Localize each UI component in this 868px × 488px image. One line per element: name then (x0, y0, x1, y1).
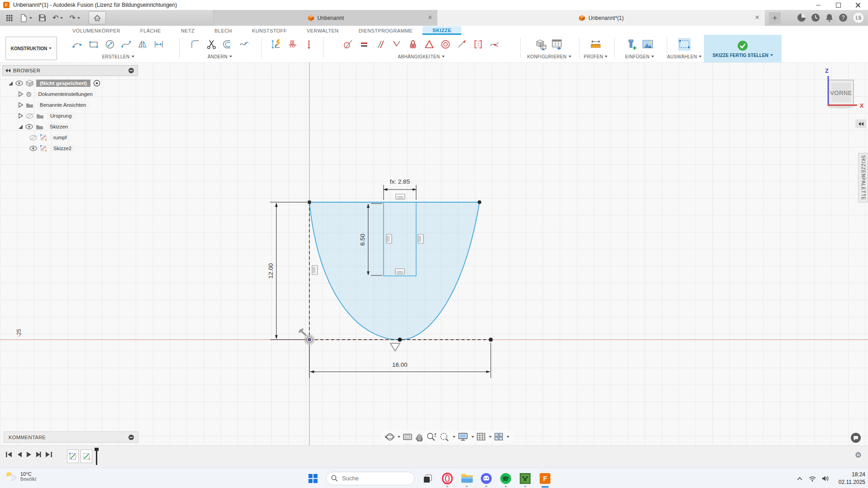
app-grid-menu-icon[interactable] (6, 14, 13, 22)
grid-settings-tool[interactable] (476, 432, 492, 441)
notifications-bell-icon[interactable] (825, 13, 834, 22)
konstruktion-dropdown[interactable]: KONSTRUKTION (5, 37, 57, 60)
redo-icon[interactable]: ↷ (69, 14, 80, 22)
dimension-badge[interactable] (396, 194, 405, 199)
perpendicular-constraint-icon[interactable] (390, 38, 403, 51)
play-button[interactable] (26, 451, 32, 458)
einfuegen-group-dropdown[interactable]: EINFÜGEN (625, 53, 654, 60)
parabola-profile[interactable] (309, 202, 479, 340)
curvature-constraint-icon[interactable] (488, 38, 501, 51)
comments-collapse-icon[interactable] (128, 434, 134, 441)
browser-row-origin[interactable]: Ursprung (2, 110, 138, 121)
home-button[interactable] (89, 11, 106, 24)
tab-skizze[interactable]: SKIZZE (422, 26, 461, 35)
timeline-feature-sketch-1[interactable] (67, 450, 79, 463)
sketch-point[interactable] (489, 338, 493, 342)
dimension-width[interactable]: 16.00 (392, 361, 408, 368)
trim-tool-icon[interactable] (205, 38, 218, 51)
browser-row-document-settings[interactable]: ⚙ Dokumenteinstellungen (2, 89, 138, 99)
tab-dienstprogramme[interactable]: DIENSTPROGRAMME (349, 27, 423, 35)
sketch-dimension-tool-icon[interactable] (152, 38, 165, 51)
active-document-radio-icon[interactable] (93, 80, 100, 87)
parallel-constraint-icon[interactable] (374, 38, 387, 51)
configuration-table-icon[interactable] (551, 38, 564, 51)
insert-fastener-icon[interactable] (625, 38, 638, 51)
dimension-badge[interactable] (418, 234, 423, 243)
save-icon[interactable] (38, 14, 46, 22)
tab-close-icon[interactable]: ✕ (427, 14, 433, 21)
vertical-line-constraint-icon[interactable] (303, 38, 315, 51)
konfigurieren-group-dropdown[interactable]: KONFIGURIEREN (527, 53, 571, 60)
job-status-clock-icon[interactable] (811, 13, 820, 22)
pruefen-group-dropdown[interactable]: PRÜFEN (584, 53, 608, 60)
volume-icon[interactable] (822, 475, 830, 482)
clock-widget[interactable]: 18:24 02.11.2025 (839, 471, 865, 485)
view-cube[interactable]: VORNE Z X (825, 67, 864, 109)
dimension-height[interactable]: 12.00 (267, 263, 274, 279)
collinear-constraint-icon[interactable] (455, 38, 468, 51)
orbit-tool[interactable] (385, 432, 400, 442)
expanded-icon[interactable] (9, 81, 13, 85)
undo-icon[interactable]: ↶ (52, 14, 63, 22)
erstellen-group-dropdown[interactable]: ERSTELLEN (102, 53, 134, 60)
step-forward-button[interactable] (36, 451, 41, 458)
pan-tool[interactable] (415, 432, 424, 442)
browser-item-label[interactable]: Ursprung (47, 112, 75, 119)
file-menu-icon[interactable] (19, 14, 32, 22)
minecraft-icon[interactable] (519, 472, 531, 485)
comment-bubble-icon[interactable] (851, 433, 861, 443)
maximize-button[interactable] (828, 0, 848, 10)
insert-image-icon[interactable] (641, 38, 654, 51)
tab-kunststoff[interactable]: KUNSTSTOFF (242, 27, 297, 35)
spotify-icon[interactable] (499, 472, 512, 485)
fillet-tool-icon[interactable] (189, 38, 202, 51)
dimension-badge[interactable] (312, 265, 318, 275)
task-view-button[interactable] (422, 472, 434, 485)
tab-close-icon[interactable]: ✕ (754, 14, 760, 21)
collapse-browser-icon[interactable] (5, 69, 10, 72)
network-icon[interactable] (808, 475, 816, 482)
polygon-constraint-icon[interactable] (423, 38, 436, 51)
collapsed-icon[interactable] (19, 102, 23, 108)
concentric-constraint-icon[interactable] (439, 38, 452, 51)
close-button[interactable] (848, 0, 868, 10)
document-root-label[interactable]: (Nicht gespeichert) (36, 80, 90, 87)
symmetry-constraint-icon[interactable] (472, 38, 484, 51)
sketch-point[interactable] (478, 200, 481, 204)
browser-item-label[interactable]: Skizzen (46, 123, 71, 130)
tab-flaeche[interactable]: FLÄCHE (130, 27, 171, 35)
go-to-end-button[interactable] (45, 451, 52, 458)
timeline-playhead[interactable] (96, 448, 97, 465)
dimension-fx[interactable]: fx: 2.85 (390, 178, 410, 185)
expanded-icon[interactable] (19, 125, 23, 129)
discord-icon[interactable] (480, 472, 493, 485)
browser-row-sketches[interactable]: Skizzen (2, 121, 138, 132)
browser-row-sketch-rumpf[interactable]: rumpf (2, 132, 138, 143)
look-at-tool[interactable] (403, 432, 413, 441)
help-icon[interactable]: ? (839, 13, 848, 22)
collapsed-icon[interactable] (19, 91, 23, 97)
circle-tool-icon[interactable] (104, 38, 116, 51)
viewports-tool[interactable] (494, 432, 509, 441)
minimize-button[interactable] (808, 0, 828, 10)
user-avatar[interactable]: LS (853, 12, 864, 24)
browser-header[interactable]: BROWSER (2, 65, 138, 76)
extensions-icon[interactable] (797, 13, 806, 22)
fusion-taskbar-icon[interactable]: F (538, 472, 552, 485)
collapse-right-panel-button[interactable] (855, 119, 866, 128)
browser-item-label[interactable]: Dokumenteinstellungen (34, 90, 96, 98)
comments-panel-header[interactable]: KOMMENTARE (4, 431, 138, 443)
select-tool-icon[interactable] (678, 38, 691, 51)
go-to-start-button[interactable] (5, 451, 13, 458)
document-tab-unbenannt[interactable]: Unbenannt ✕ (213, 10, 438, 26)
visibility-off-eye-icon[interactable] (26, 113, 33, 119)
tab-netz[interactable]: NETZ (171, 27, 204, 35)
tray-chevron-icon[interactable] (797, 476, 803, 481)
tangent-constraint-icon[interactable] (342, 38, 354, 51)
visibility-eye-icon[interactable] (29, 146, 37, 151)
visibility-eye-icon[interactable] (15, 81, 23, 86)
sketch-scale-tool-icon[interactable] (270, 38, 283, 51)
mirror-tool-icon[interactable] (136, 38, 149, 51)
display-settings-tool[interactable] (458, 432, 474, 441)
line-tool-icon[interactable] (71, 38, 84, 51)
